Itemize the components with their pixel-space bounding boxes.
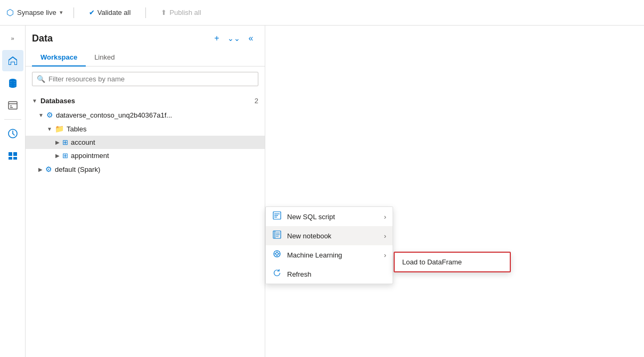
table-appointment-item[interactable]: ▶ ⊞ appointment bbox=[26, 149, 265, 162]
tables-chevron-icon: ▼ bbox=[47, 126, 52, 132]
table-account-item[interactable]: ▶ ⊞ account bbox=[26, 136, 265, 149]
data-panel: Data + ⌄⌄ « Workspace Linked 🔍 ▼ bbox=[26, 26, 265, 357]
appointment-label: appointment bbox=[71, 152, 109, 160]
context-menu-machine-learning[interactable]: Machine Learning › bbox=[266, 245, 393, 264]
load-dataframe-label: Load to DataFrame bbox=[402, 258, 462, 266]
table2-icon: ⊞ bbox=[62, 152, 68, 160]
data-panel-title: Data bbox=[32, 33, 53, 44]
svg-rect-6 bbox=[9, 152, 12, 156]
db2-chevron-icon: ▶ bbox=[38, 167, 43, 172]
new-sql-label: New SQL script bbox=[287, 213, 335, 221]
workspace-chevron-icon: ▾ bbox=[60, 9, 63, 16]
machine-learning-label: Machine Learning bbox=[287, 251, 342, 259]
sidebar-item-monitor[interactable] bbox=[2, 123, 23, 144]
publish-label: Publish all bbox=[169, 9, 201, 16]
monitor-icon bbox=[7, 128, 18, 139]
top-bar: ⬡ Synapse live ▾ ✔ Validate all ⬆ Publis… bbox=[0, 0, 644, 26]
search-input[interactable] bbox=[48, 75, 254, 83]
appointment-chevron-icon: ▶ bbox=[55, 153, 60, 159]
validate-label: Validate all bbox=[97, 9, 131, 16]
notebook-arrow-icon: › bbox=[384, 232, 386, 240]
sql-arrow-icon: › bbox=[384, 213, 386, 221]
new-notebook-label: New notebook bbox=[287, 232, 331, 240]
collapse-panel-button[interactable]: « bbox=[243, 31, 258, 46]
sidebar-item-data[interactable] bbox=[2, 72, 23, 94]
context-menu-new-sql[interactable]: New SQL script › bbox=[266, 207, 393, 226]
content-area bbox=[265, 26, 644, 357]
db1-icon: ⚙ bbox=[46, 111, 53, 119]
synapse-icon: ⬡ bbox=[6, 7, 14, 18]
data-panel-actions: + ⌄⌄ « bbox=[209, 31, 258, 46]
data-panel-header: Data + ⌄⌄ « bbox=[26, 26, 265, 49]
sidebar: » bbox=[0, 26, 26, 357]
top-bar-divider-2 bbox=[145, 7, 146, 18]
context-menu: New SQL script › New notebook › bbox=[265, 206, 393, 284]
sidebar-divider bbox=[4, 119, 21, 120]
svg-point-0 bbox=[9, 79, 17, 82]
workspace-selector[interactable]: ⬡ Synapse live ▾ bbox=[6, 7, 63, 18]
publish-icon: ⬆ bbox=[161, 9, 167, 16]
main-layout: » bbox=[0, 26, 644, 357]
workspace-name: Synapse live bbox=[17, 9, 56, 16]
tab-workspace[interactable]: Workspace bbox=[32, 49, 86, 67]
databases-count: 2 bbox=[255, 97, 258, 105]
sort-button[interactable]: ⌄⌄ bbox=[226, 31, 241, 46]
sidebar-expand-btn[interactable]: » bbox=[2, 28, 23, 49]
db1-chevron-icon: ▼ bbox=[38, 112, 44, 118]
svg-point-20 bbox=[276, 253, 279, 255]
tabs: Workspace Linked bbox=[26, 49, 265, 67]
refresh-label: Refresh bbox=[287, 270, 312, 278]
table-icon: ⊞ bbox=[62, 138, 68, 146]
resource-tree: ▼ Databases 2 ▼ ⚙ dataverse_contoso_unq2… bbox=[26, 92, 265, 357]
context-menu-new-notebook[interactable]: New notebook › bbox=[266, 226, 393, 245]
svg-rect-1 bbox=[9, 102, 17, 109]
folder-icon: 📁 bbox=[55, 124, 64, 133]
tables-folder[interactable]: ▼ 📁 Tables bbox=[26, 122, 265, 136]
validate-all-button[interactable]: ✔ Validate all bbox=[85, 6, 135, 19]
context-menu-refresh[interactable]: Refresh bbox=[266, 264, 393, 284]
svg-rect-7 bbox=[13, 152, 17, 156]
tables-label: Tables bbox=[67, 125, 87, 133]
databases-section-header[interactable]: ▼ Databases 2 bbox=[26, 94, 265, 108]
account-chevron-icon: ▶ bbox=[55, 139, 60, 145]
validate-icon: ✔ bbox=[89, 9, 95, 16]
database-icon bbox=[7, 78, 18, 88]
sidebar-item-home[interactable] bbox=[2, 50, 23, 71]
home-icon bbox=[7, 55, 18, 66]
svg-rect-8 bbox=[9, 157, 12, 160]
submenu-load-dataframe[interactable]: Load to DataFrame bbox=[395, 253, 510, 271]
refresh-icon bbox=[272, 269, 282, 279]
submenu-notebook: Load to DataFrame bbox=[394, 252, 511, 272]
ml-icon bbox=[272, 250, 282, 260]
svg-rect-9 bbox=[13, 157, 17, 160]
top-bar-divider-1 bbox=[74, 7, 74, 18]
sidebar-item-develop[interactable] bbox=[2, 95, 23, 116]
db1-label: dataverse_contoso_unq2b40367a1f... bbox=[56, 111, 172, 119]
notebook-menu-icon bbox=[272, 230, 282, 241]
db2-item[interactable]: ▶ ⚙ default (Spark) bbox=[26, 162, 265, 176]
sidebar-item-manage[interactable] bbox=[2, 145, 23, 167]
db2-icon: ⚙ bbox=[45, 165, 52, 173]
databases-label: Databases bbox=[40, 97, 75, 105]
db2-label: default (Spark) bbox=[55, 165, 100, 173]
account-label: account bbox=[71, 138, 95, 146]
add-resource-button[interactable]: + bbox=[209, 31, 224, 46]
tab-linked[interactable]: Linked bbox=[86, 49, 123, 67]
ml-arrow-icon: › bbox=[384, 251, 386, 259]
manage-icon bbox=[7, 151, 18, 161]
search-box: 🔍 bbox=[32, 72, 258, 86]
publish-all-button[interactable]: ⬆ Publish all bbox=[157, 6, 205, 19]
db1-item[interactable]: ▼ ⚙ dataverse_contoso_unq2b40367a1f... bbox=[26, 108, 265, 122]
sql-script-icon bbox=[272, 211, 282, 222]
code-icon bbox=[7, 100, 18, 111]
databases-chevron-icon: ▼ bbox=[32, 98, 37, 104]
search-icon: 🔍 bbox=[37, 75, 45, 83]
